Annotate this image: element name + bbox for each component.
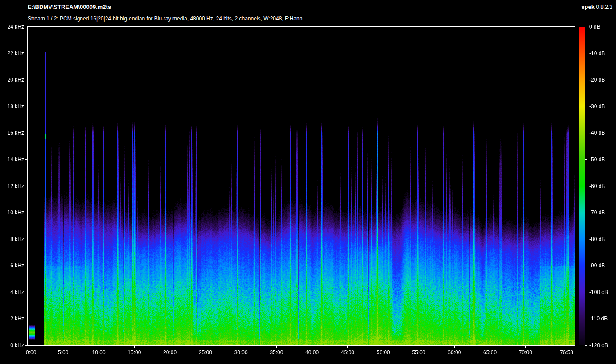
db-tick <box>585 106 587 106</box>
db-tick <box>585 319 587 319</box>
time-tick-label: 25:00 <box>192 349 219 356</box>
time-tick-label: 55:00 <box>406 349 432 356</box>
time-tick <box>99 346 99 348</box>
db-tick-label: -100 dB <box>589 289 608 296</box>
db-tick-label: -20 dB <box>589 76 605 83</box>
db-colorbar <box>579 27 585 345</box>
db-tick <box>585 239 587 239</box>
time-tick-label: 35:00 <box>263 349 290 356</box>
time-tick-label: 76:58 <box>546 349 573 356</box>
time-tick <box>419 346 419 348</box>
db-tick-label: 0 dB <box>589 23 600 30</box>
time-tick-label: 40:00 <box>299 349 325 356</box>
db-tick-label: -70 dB <box>589 209 605 216</box>
frequency-tick-label: 8 kHz <box>0 236 24 243</box>
time-tick <box>575 346 575 348</box>
db-tick-label: -90 dB <box>589 262 605 269</box>
db-tick-label: -60 dB <box>589 183 605 190</box>
time-tick <box>134 346 135 348</box>
db-tick-label: -120 dB <box>589 342 608 349</box>
db-tick <box>585 133 587 133</box>
db-tick-label: -80 dB <box>589 236 605 243</box>
app-version-number: 0.8.2.3 <box>596 4 612 10</box>
frequency-tick-label: 10 kHz <box>0 209 24 216</box>
frequency-tick-label: 24 kHz <box>0 23 24 30</box>
time-tick <box>28 346 28 348</box>
db-tick <box>585 159 587 160</box>
app-version: spek 0.8.2.3 <box>581 4 612 10</box>
frequency-tick-label: 14 kHz <box>0 156 24 163</box>
stream-info: Stream 1 / 2: PCM signed 16|20|24-bit bi… <box>28 16 302 22</box>
time-tick <box>241 346 241 348</box>
time-tick-label: 0:00 <box>26 349 53 356</box>
db-tick <box>585 80 587 80</box>
db-tick-label: -10 dB <box>589 50 605 57</box>
time-tick-label: 50:00 <box>370 349 397 356</box>
frequency-tick-label: 4 kHz <box>0 289 24 296</box>
time-tick-label: 60:00 <box>441 349 468 356</box>
time-tick-label: 15:00 <box>121 349 148 356</box>
db-tick-label: -30 dB <box>589 103 605 110</box>
db-tick <box>585 213 587 213</box>
db-tick <box>585 27 587 27</box>
frequency-tick-label: 2 kHz <box>0 315 24 322</box>
time-tick-label: 70:00 <box>512 349 539 356</box>
db-tick <box>585 292 587 292</box>
time-tick-label: 30:00 <box>228 349 255 356</box>
frequency-tick-label: 16 kHz <box>0 129 24 136</box>
db-tick <box>585 186 587 186</box>
time-tick <box>312 346 312 348</box>
frequency-tick-label: 20 kHz <box>0 76 24 83</box>
time-tick-label: 45:00 <box>334 349 361 356</box>
spectrogram-plot <box>27 26 575 346</box>
time-tick <box>490 346 490 348</box>
time-tick <box>170 346 170 348</box>
time-tick <box>347 346 348 348</box>
db-tick <box>585 53 587 53</box>
db-tick <box>585 266 587 266</box>
time-tick-label: 5:00 <box>50 349 77 356</box>
time-tick-label: 10:00 <box>86 349 112 356</box>
time-tick <box>454 346 455 348</box>
db-tick-label: -110 dB <box>589 315 608 322</box>
db-tick <box>585 345 587 346</box>
frequency-tick-label: 6 kHz <box>0 262 24 269</box>
time-tick <box>63 346 63 348</box>
time-tick-label: 65:00 <box>476 349 503 356</box>
time-tick <box>276 346 277 348</box>
db-tick-label: -50 dB <box>589 156 605 163</box>
time-tick <box>383 346 383 348</box>
time-tick <box>205 346 205 348</box>
spectrogram-canvas <box>28 27 575 345</box>
frequency-tick-label: 0 kHz <box>0 342 24 349</box>
db-tick-label: -40 dB <box>589 129 605 136</box>
frequency-tick-label: 22 kHz <box>0 50 24 57</box>
frequency-tick-label: 18 kHz <box>0 103 24 110</box>
file-path-title: E:\BDMV\STREAM\00009.m2ts <box>28 4 111 10</box>
time-tick <box>525 346 526 348</box>
frequency-tick-label: 12 kHz <box>0 183 24 190</box>
app-name-label: spek <box>581 4 595 10</box>
time-tick-label: 20:00 <box>156 349 183 356</box>
